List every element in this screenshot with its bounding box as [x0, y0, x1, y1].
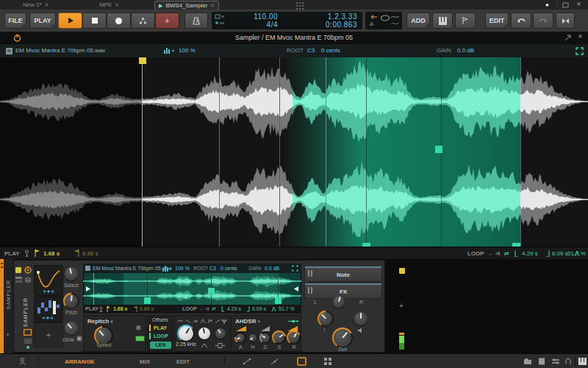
modulator-envelope-tile[interactable] [34, 265, 63, 296]
gain-value[interactable]: 0.0 dB [265, 266, 279, 271]
tune-value[interactable]: 0 cents [220, 266, 237, 271]
overdub-button[interactable]: + [155, 13, 179, 29]
notch2-icon[interactable] [220, 318, 228, 324]
filter-drive-knob[interactable] [214, 327, 227, 340]
punch-in-icon[interactable] [368, 14, 379, 27]
stop-button[interactable] [82, 13, 107, 29]
modulator-steps-tile[interactable] [34, 296, 63, 322]
layers-icon[interactable] [24, 277, 32, 283]
piano-panel-icon[interactable] [578, 358, 587, 365]
loop-pingpong-icon[interactable]: ⇄ [212, 306, 216, 312]
add-button[interactable]: ADD [406, 13, 430, 29]
track-lane[interactable]: SAMPLER + [4, 259, 13, 353]
tab-project-1[interactable]: New 2* ✕ [19, 1, 53, 9]
env-sustain-knob[interactable] [272, 330, 286, 344]
resonance-knob[interactable] [197, 326, 212, 341]
device-name[interactable]: SAMPLER [23, 297, 28, 327]
loop-start-value[interactable]: 4.29 s [227, 306, 241, 311]
offset-len-button[interactable]: LEN [150, 342, 171, 349]
loop-on-icon[interactable]: ⇉ [495, 250, 501, 257]
zoom-level-value[interactable]: 100 % [179, 47, 196, 54]
loop-fade-value[interactable]: 51.7 % [279, 306, 295, 311]
close-icon[interactable]: ✕ [210, 3, 215, 9]
nudge-left-icon[interactable] [86, 286, 90, 291]
device-panel-icon[interactable] [551, 358, 560, 365]
automation-icons[interactable] [390, 14, 400, 27]
close-icon[interactable]: ✕ [115, 2, 119, 8]
grid-view-icon[interactable] [323, 357, 333, 366]
metronome-button[interactable] [184, 13, 208, 29]
sample-file-name[interactable]: EM Mvoc Mantra E 70bpm 05.wav [15, 47, 105, 54]
cutoff-value[interactable]: 2.25 kHz [174, 342, 198, 347]
close-window-icon[interactable]: ✕ [576, 1, 581, 7]
drag-handle-icon[interactable] [295, 1, 304, 10]
timesig-value[interactable]: 4/4 [234, 21, 278, 29]
play-stop-value[interactable]: 6.86 s [140, 306, 154, 311]
sample-file-name[interactable]: EM Mvoc Mantra E 70bpm 05.wav [93, 266, 171, 271]
close-icon[interactable]: ✕ [45, 2, 49, 8]
device-enable-toggle[interactable] [15, 267, 21, 273]
record-button[interactable] [107, 13, 131, 29]
automation-edit-icon[interactable] [270, 358, 279, 365]
zoom-level-icon[interactable] [162, 266, 172, 272]
loop-fade-value[interactable]: 51.7 % [567, 250, 586, 257]
play-stop-flag-icon[interactable] [133, 306, 137, 312]
waveform-editor[interactable] [0, 57, 588, 247]
root-note-value[interactable]: C3 [307, 47, 315, 54]
restore-window-icon[interactable] [562, 2, 569, 8]
glide-knob[interactable] [63, 320, 79, 336]
loop-off-icon[interactable]: → [487, 250, 492, 257]
tune-value[interactable]: 0 cents [321, 47, 340, 54]
loop-off-icon[interactable]: → [198, 306, 204, 311]
zoom-level-icon[interactable] [163, 47, 175, 55]
mapping-icon[interactable] [243, 358, 251, 365]
keytrack-icon[interactable] [98, 306, 104, 312]
loop-fade-handle[interactable] [435, 146, 442, 153]
play-menu-button[interactable]: PLAY [29, 13, 56, 29]
tempo-value[interactable]: 110.00 [234, 13, 278, 21]
view-mix[interactable]: MIX [140, 358, 150, 365]
detach-icon[interactable] [564, 35, 571, 41]
offset-loop-row[interactable]: LOOP [149, 333, 176, 339]
position-value[interactable]: 1.2.3.33 [293, 13, 357, 21]
play-stop-value[interactable]: 6.86 s [82, 250, 98, 257]
loop-pingpong-icon[interactable]: ⇄ [504, 250, 509, 257]
add-device-plus[interactable]: + [399, 302, 404, 310]
offset-play-row[interactable]: PLAY [149, 325, 176, 331]
env-hold-knob[interactable] [248, 333, 258, 343]
dual-row-toggle-icon[interactable] [297, 357, 306, 366]
playback-mode-select[interactable]: Repitch ▾ [87, 318, 113, 325]
pitch-knob[interactable] [63, 293, 79, 309]
modulators-icon[interactable] [24, 266, 32, 274]
out-knob[interactable] [332, 328, 353, 348]
groove-button[interactable] [131, 13, 155, 29]
edit-menu-button[interactable]: EDIT [485, 13, 509, 29]
view-edit[interactable]: EDIT [176, 358, 190, 365]
note-chain-button[interactable]: Note [304, 266, 382, 282]
browser-panel-icon[interactable] [523, 358, 532, 365]
loop-end-value[interactable]: 6.09 s [552, 250, 568, 257]
loop-start-handle[interactable] [144, 297, 151, 304]
waveform-display[interactable] [0, 57, 588, 247]
loop-end-value[interactable]: 6.09 s [252, 306, 266, 311]
play-start-flag-icon[interactable] [35, 250, 40, 257]
view-arrange[interactable]: ARRANGE [65, 358, 94, 365]
add-modulator-tile[interactable]: + [34, 322, 63, 347]
zoom-fit-icon[interactable] [292, 265, 298, 272]
pan-knob[interactable] [331, 294, 346, 309]
sync-led[interactable] [135, 336, 145, 342]
freeze-icon[interactable]: ❄ [135, 324, 141, 332]
root-note-value[interactable]: C3 [209, 266, 216, 271]
user-icon[interactable] [19, 358, 26, 365]
remote-controls-icon[interactable] [15, 277, 22, 283]
tempo-position-display[interactable]: 110.00 4/4 1.2.3.33 0:00.863 [212, 12, 362, 29]
loop-on-icon[interactable]: ⇉ [205, 306, 209, 312]
play-start-handle[interactable] [139, 57, 146, 64]
env-decay-knob[interactable] [259, 332, 271, 344]
add-track-plus[interactable]: + [6, 331, 10, 339]
redo-button[interactable] [533, 13, 553, 29]
play-start-value[interactable]: 1.68 s [43, 250, 60, 257]
device-waveform-display[interactable] [83, 273, 301, 305]
mod-routing-icon[interactable] [287, 319, 299, 324]
zoom-level-value[interactable]: 100 % [175, 266, 190, 271]
